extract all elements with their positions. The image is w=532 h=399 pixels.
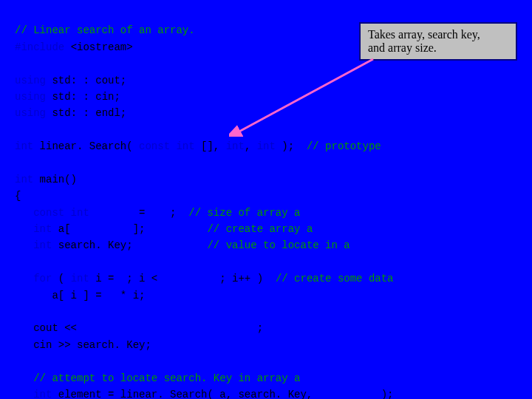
type-int: int xyxy=(226,140,245,152)
type-int: int xyxy=(15,174,40,185)
using-cin: std: : cin; xyxy=(52,91,120,103)
comment-searchkey: // value to locate in a xyxy=(207,239,349,251)
for-kw: for xyxy=(15,273,58,284)
comment-attempt: // attempt to locate search. Key in arra… xyxy=(15,372,300,384)
type-int: int xyxy=(15,239,58,251)
callout-line1: Takes array, search key, xyxy=(368,28,480,41)
comma: , xyxy=(245,140,257,152)
type-int: int xyxy=(15,140,40,152)
using-kw: using xyxy=(15,75,52,86)
type-int: int xyxy=(71,273,96,284)
for-open: ( xyxy=(58,273,71,284)
element-call: element = linear. Search( a, search. Key… xyxy=(58,389,394,399)
comment-proto: // prototype xyxy=(307,140,381,152)
comment-header: // Linear search of an array. xyxy=(15,24,195,36)
const-int: const int xyxy=(15,207,139,219)
comment-size: // size of array a xyxy=(188,207,300,219)
using-kw: using xyxy=(15,91,52,103)
comment-for: // create some data xyxy=(276,273,394,284)
callout-line2: and array size. xyxy=(368,41,437,54)
type-int: int xyxy=(15,223,58,235)
include-directive: #include xyxy=(15,41,71,53)
using-endl: std: : endl; xyxy=(52,107,126,119)
proto-arr: [], xyxy=(201,140,226,152)
cin-line: cin >> search. Key; xyxy=(15,339,151,351)
for-cond: i = ; i < ; i++ ) xyxy=(95,273,276,284)
using-kw: using xyxy=(15,107,52,119)
const-int: const int xyxy=(139,140,201,152)
brace: { xyxy=(15,190,21,202)
array-decl: a[ ]; xyxy=(58,223,208,235)
proto-name: linear. Search( xyxy=(40,140,139,152)
using-cout: std: : cout; xyxy=(52,75,126,86)
callout-box: Takes array, search key, and array size. xyxy=(359,22,517,61)
type-int: int xyxy=(15,389,58,399)
comment-array: // create array a xyxy=(207,223,313,235)
include-lib: <iostream> xyxy=(71,41,133,53)
main-fn: main() xyxy=(40,174,77,185)
proto-end: ); xyxy=(282,140,307,152)
size-assign: = ; xyxy=(139,207,188,219)
for-body: a[ i ] = * i; xyxy=(15,290,145,301)
cout-line: cout << ; xyxy=(15,322,263,334)
type-int: int xyxy=(257,140,282,152)
searchkey-decl: search. Key; xyxy=(58,239,208,251)
